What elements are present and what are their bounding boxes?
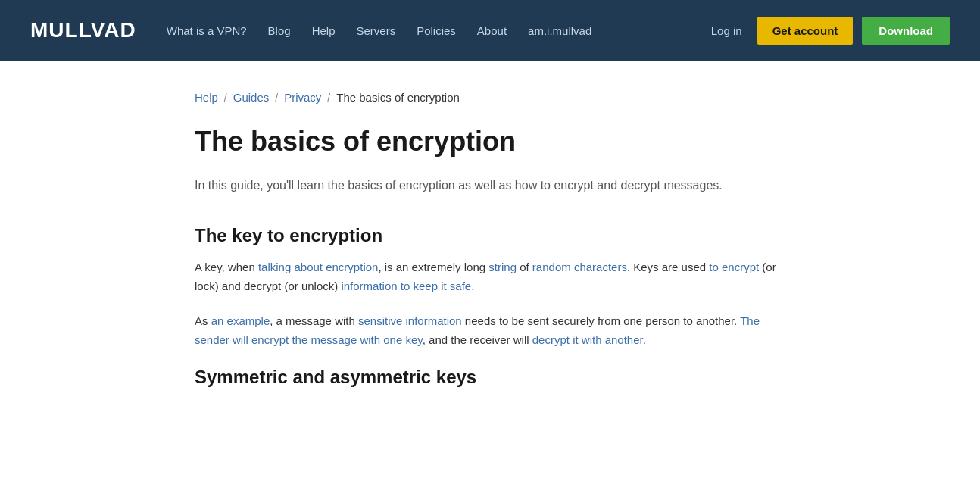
section-1-para-2: As an example, a message with sensitive … (195, 311, 785, 350)
link-sensitive[interactable]: sensitive information (358, 314, 462, 327)
link-random[interactable]: random characters (532, 261, 627, 273)
nav-help[interactable]: Help (312, 24, 336, 37)
link-string[interactable]: string (488, 261, 517, 273)
link-decrypt[interactable]: decrypt it with another (532, 333, 643, 346)
intro-text: In this guide, you'll learn the basics o… (195, 176, 785, 195)
nav-servers[interactable]: Servers (356, 24, 395, 37)
section-heading-symmetric: Symmetric and asymmetric keys (195, 365, 785, 389)
site-logo[interactable]: MULLVAD (30, 18, 136, 42)
breadcrumb-privacy[interactable]: Privacy (284, 91, 321, 104)
breadcrumb-current: The basics of encryption (336, 91, 460, 104)
link-to-encrypt[interactable]: to encrypt (709, 261, 759, 273)
nav-about[interactable]: About (477, 24, 507, 37)
section-1-para-1: A key, when talking about encryption, is… (195, 258, 785, 296)
main-nav: What is a VPN? Blog Help Servers Policie… (167, 24, 711, 37)
nav-blog[interactable]: Blog (268, 24, 291, 37)
nav-what-is-vpn[interactable]: What is a VPN? (167, 24, 247, 37)
link-the-sender[interactable]: The sender will encrypt the message with… (195, 314, 760, 347)
link-an-example[interactable]: an example (211, 314, 270, 327)
site-header: MULLVAD What is a VPN? Blog Help Servers… (0, 0, 980, 61)
download-button[interactable]: Download (862, 17, 950, 45)
breadcrumb-sep-1: / (224, 92, 227, 104)
link-information[interactable]: information to keep it safe (341, 280, 471, 292)
header-actions: Log in Get account Download (711, 17, 950, 45)
get-account-button[interactable]: Get account (757, 17, 854, 45)
breadcrumb-sep-2: / (275, 92, 278, 104)
nav-ami-mullvad[interactable]: am.i.mullvad (528, 24, 591, 37)
nav-policies[interactable]: Policies (417, 24, 456, 37)
link-encryption-1[interactable]: encryption (326, 261, 378, 273)
page-title: The basics of encryption (195, 125, 785, 158)
login-link[interactable]: Log in (711, 24, 742, 37)
breadcrumb-sep-3: / (327, 92, 330, 104)
breadcrumb: Help / Guides / Privacy / The basics of … (195, 91, 785, 104)
main-content: Help / Guides / Privacy / The basics of … (0, 61, 980, 445)
breadcrumb-guides[interactable]: Guides (233, 91, 270, 104)
link-talking-about[interactable]: talking about (258, 261, 323, 273)
breadcrumb-help[interactable]: Help (195, 91, 218, 104)
section-heading-key-to-encryption: The key to encryption (195, 223, 785, 247)
